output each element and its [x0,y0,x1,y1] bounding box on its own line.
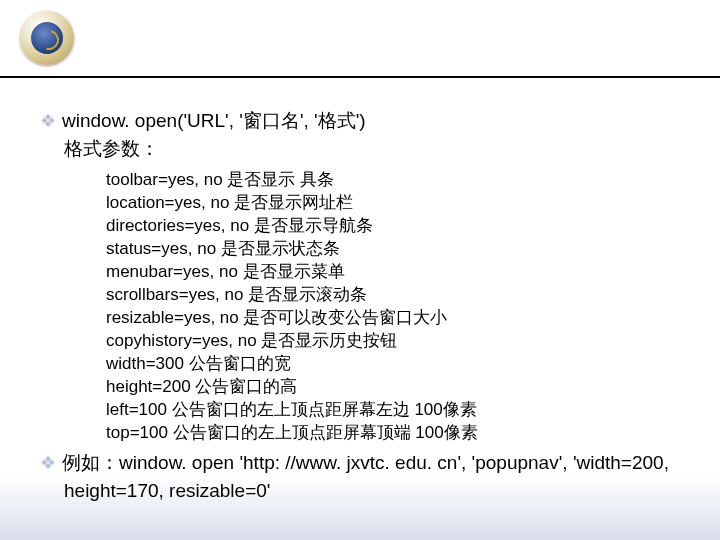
institution-logo [20,11,74,65]
param-item: height=200 公告窗口的高 [106,375,680,398]
diamond-bullet-icon: ❖ [40,450,56,476]
param-item: toolbar=yes, no 是否显示 具条 [106,168,680,191]
param-item: directories=yes, no 是否显示导航条 [106,214,680,237]
bullet-example: ❖ 例如：window. open 'http: //www. jxvtc. e… [40,450,680,476]
param-item: left=100 公告窗口的左上顶点距屏幕左边 100像素 [106,398,680,421]
example-line1: 例如：window. open 'http: //www. jxvtc. edu… [62,450,669,476]
param-item: copyhistory=yes, no 是否显示历史按钮 [106,329,680,352]
param-item: location=yes, no 是否显示网址栏 [106,191,680,214]
syntax-text: window. open('URL', '窗口名', '格式') [62,108,366,134]
example-line2: height=170, resizable=0' [40,478,680,504]
slide-body: ❖ window. open('URL', '窗口名', '格式') 格式参数：… [0,78,720,504]
bullet-syntax: ❖ window. open('URL', '窗口名', '格式') [40,108,680,134]
param-item: scrollbars=yes, no 是否显示滚动条 [106,283,680,306]
diamond-bullet-icon: ❖ [40,108,56,134]
logo-emblem-icon [31,22,63,54]
params-list: toolbar=yes, no 是否显示 具条 location=yes, no… [40,168,680,444]
param-item: resizable=yes, no 是否可以改变公告窗口大小 [106,306,680,329]
param-item: menubar=yes, no 是否显示菜单 [106,260,680,283]
param-item: width=300 公告窗口的宽 [106,352,680,375]
params-label: 格式参数： [40,136,680,162]
param-item: status=yes, no 是否显示状态条 [106,237,680,260]
param-item: top=100 公告窗口的左上顶点距屏幕顶端 100像素 [106,421,680,444]
slide-header [0,0,720,78]
